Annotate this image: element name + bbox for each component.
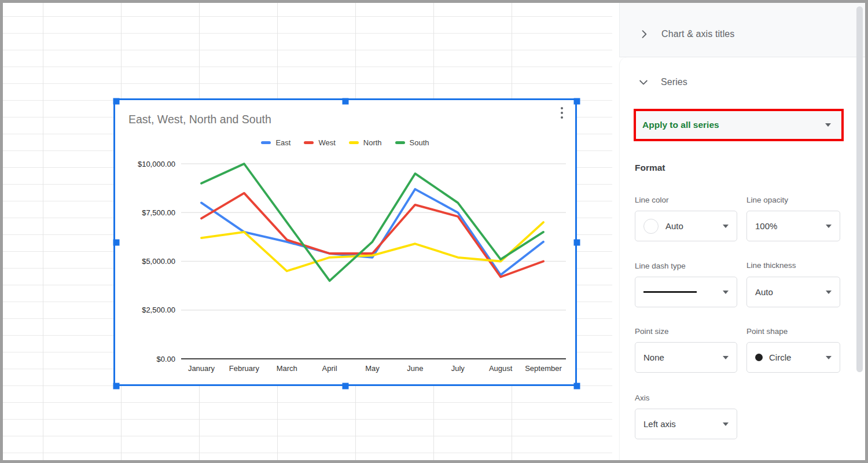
chart-legend: EastWestNorthSouth <box>115 138 575 147</box>
point-shape-value: Circle <box>769 352 826 362</box>
selection-handle-middle-left[interactable] <box>113 240 120 246</box>
legend-item-east: East <box>261 138 290 147</box>
line-color-dropdown[interactable]: Auto <box>635 211 737 241</box>
filled-circle-icon <box>755 354 763 361</box>
chevron-down-icon <box>638 76 649 88</box>
svg-text:September: September <box>525 364 562 373</box>
selection-handle-bottom-left[interactable] <box>113 383 120 389</box>
solid-line-swatch-icon <box>643 291 697 293</box>
chart-plot: $0.00$2,500.00$5,000.00$7,500.00$10,000.… <box>115 149 575 381</box>
panel-scrollbar[interactable] <box>856 6 863 372</box>
color-swatch-circle-icon <box>643 219 659 234</box>
series-section[interactable]: Series <box>638 76 687 88</box>
line-color-value: Auto <box>665 221 723 231</box>
selection-handle-top-left[interactable] <box>113 98 120 105</box>
svg-text:$2,500.00: $2,500.00 <box>142 306 175 314</box>
point-shape-dropdown[interactable]: Circle <box>746 342 840 373</box>
series-section-label: Series <box>661 77 687 87</box>
dropdown-arrow-icon <box>825 123 831 127</box>
apply-to-all-series-value: Apply to all series <box>642 120 719 130</box>
legend-label: West <box>318 138 335 147</box>
legend-swatch-icon <box>304 141 314 144</box>
svg-text:August: August <box>489 364 513 373</box>
sheets-chart-editor-screen: East, West, North and South EastWestNort… <box>0 0 868 463</box>
selection-handle-middle-right[interactable] <box>574 240 580 246</box>
svg-text:$7,500.00: $7,500.00 <box>142 208 175 217</box>
legend-swatch-icon <box>261 141 271 144</box>
svg-text:$0.00: $0.00 <box>156 355 175 363</box>
svg-text:January: January <box>188 364 215 373</box>
line-opacity-dropdown[interactable]: 100% <box>746 211 840 241</box>
axis-dropdown[interactable]: Left axis <box>635 409 737 439</box>
chart-title: East, West, North and South <box>128 113 271 126</box>
dropdown-arrow-icon <box>826 225 832 228</box>
legend-item-west: West <box>304 138 335 147</box>
axis-value: Left axis <box>643 419 723 429</box>
line-opacity-label: Line opacity <box>746 196 788 204</box>
line-thickness-dropdown[interactable]: Auto <box>746 277 840 307</box>
svg-text:July: July <box>451 364 465 373</box>
kebab-menu-icon[interactable] <box>558 107 566 119</box>
legend-label: North <box>363 138 382 147</box>
dropdown-arrow-icon <box>723 422 729 426</box>
line-dash-type-dropdown[interactable] <box>635 277 737 307</box>
format-heading: Format <box>635 163 665 173</box>
chevron-right-icon <box>638 28 650 40</box>
line-thickness-label: Line thickness <box>746 261 796 270</box>
legend-label: East <box>275 138 290 147</box>
legend-item-south: South <box>395 138 429 147</box>
dropdown-arrow-icon <box>723 291 729 294</box>
dropdown-arrow-icon <box>826 356 832 359</box>
point-size-label: Point size <box>635 327 669 336</box>
chart-axis-titles-section[interactable]: Chart & axis titles <box>638 28 734 40</box>
selection-handle-top-right[interactable] <box>574 98 580 105</box>
line-opacity-value: 100% <box>755 221 826 231</box>
apply-to-all-series-dropdown[interactable]: Apply to all series <box>636 111 841 139</box>
selection-handle-bottom-center[interactable] <box>343 383 349 389</box>
point-size-dropdown[interactable]: None <box>635 342 737 373</box>
legend-swatch-icon <box>349 141 359 144</box>
chart-card[interactable]: East, West, North and South EastWestNort… <box>113 98 577 386</box>
svg-text:March: March <box>277 364 297 373</box>
point-shape-label: Point shape <box>746 327 788 336</box>
selection-handle-top-center[interactable] <box>343 98 349 105</box>
legend-item-north: North <box>349 138 382 147</box>
svg-text:February: February <box>229 364 260 373</box>
dropdown-arrow-icon <box>826 291 832 294</box>
axis-label: Axis <box>635 394 650 402</box>
chart-axis-titles-label: Chart & axis titles <box>661 29 734 39</box>
svg-text:May: May <box>365 364 380 373</box>
dropdown-arrow-icon <box>723 356 729 359</box>
line-dash-type-label: Line dash type <box>635 262 686 270</box>
legend-swatch-icon <box>395 141 405 144</box>
legend-label: South <box>410 138 429 147</box>
dropdown-arrow-icon <box>723 225 729 228</box>
line-thickness-value: Auto <box>755 287 826 297</box>
selection-handle-bottom-right[interactable] <box>574 383 580 389</box>
svg-text:June: June <box>407 364 423 373</box>
svg-text:April: April <box>322 364 337 373</box>
line-color-label: Line color <box>635 196 669 204</box>
svg-text:$5,000.00: $5,000.00 <box>142 257 175 266</box>
svg-text:$10,000.00: $10,000.00 <box>138 160 175 168</box>
point-size-value: None <box>643 352 723 362</box>
